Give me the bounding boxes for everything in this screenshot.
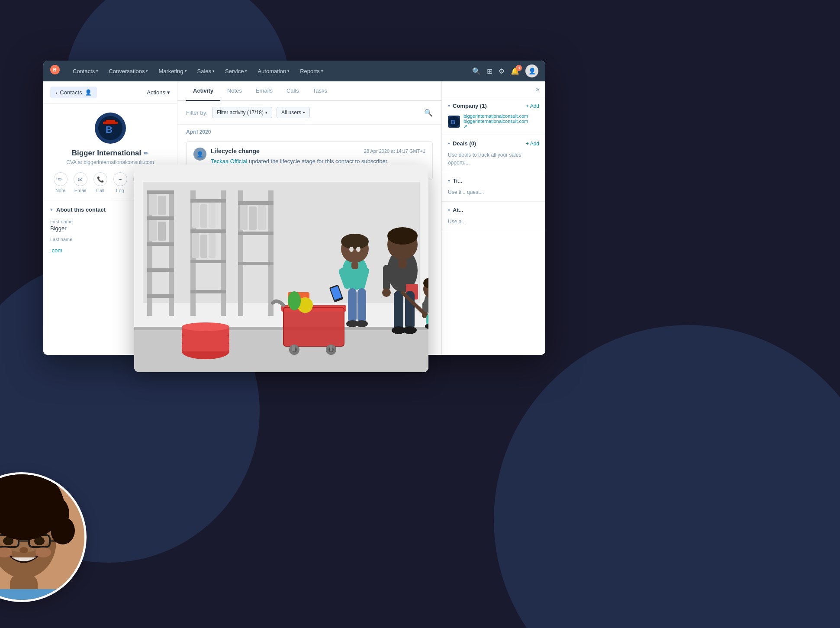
svg-rect-42 (258, 205, 266, 230)
deals-section-title: Deals (0) (453, 140, 476, 147)
company-section-header[interactable]: ▾ Company (1) + Add (448, 103, 539, 109)
add-company-button[interactable]: + Add (526, 103, 539, 109)
chevron-down-icon: ▾ (321, 69, 323, 73)
search-activity-button[interactable]: 🔍 (424, 109, 433, 117)
svg-rect-11 (143, 182, 420, 303)
svg-rect-116 (0, 589, 67, 602)
chevron-down-icon: ▾ (448, 141, 450, 146)
user-avatar[interactable]: 👤 (525, 64, 538, 77)
activity-description-text: updated the lifecycle stage for this con… (249, 158, 389, 164)
actions-dropdown[interactable]: Actions ▾ (147, 89, 170, 96)
svg-rect-85 (394, 291, 403, 330)
hubspot-logo[interactable]: B (50, 65, 60, 77)
chevron-down-icon: ▾ (146, 69, 148, 73)
search-button[interactable]: 🔍 (472, 67, 481, 75)
filter-activity-dropdown[interactable]: Filter activity (17/18) ▾ (212, 107, 272, 118)
svg-point-121 (51, 517, 75, 544)
chevron-down-icon: ▾ (96, 69, 98, 73)
tickets-title-group: ▾ Ti... (448, 177, 462, 184)
svg-point-75 (356, 320, 368, 327)
svg-rect-57 (292, 345, 295, 351)
svg-rect-30 (200, 204, 207, 228)
attachments-section: ▾ At... Use a... (442, 202, 545, 231)
tab-emails[interactable]: Emails (249, 81, 280, 101)
svg-rect-32 (192, 233, 199, 258)
activity-timestamp: 28 Apr 2020 at 14:17 GMT+1 (364, 148, 425, 154)
svg-rect-17 (147, 268, 174, 272)
svg-point-65 (349, 247, 354, 252)
company-item: B biggerinternationalconsult.com biggeri… (448, 113, 539, 129)
nav-sales[interactable]: Sales ▾ (193, 66, 219, 76)
back-to-contacts-button[interactable]: ‹ Contacts 👤 (50, 87, 97, 98)
nav-conversations[interactable]: Conversations ▾ (104, 66, 152, 76)
company-link-1[interactable]: biggerinternationalconsult.com (463, 113, 528, 119)
filter-group: Filter by: Filter activity (17/18) ▾ All… (186, 107, 310, 118)
chevron-down-icon: ▾ (303, 110, 305, 115)
nav-marketing[interactable]: Marketing ▾ (154, 66, 191, 76)
svg-point-114 (35, 547, 51, 557)
tab-tasks[interactable]: Tasks (306, 81, 334, 101)
nav-automation[interactable]: Automation ▾ (253, 66, 294, 76)
activity-toolbar: Filter by: Filter activity (17/18) ▾ All… (177, 101, 441, 125)
company-logo: B (448, 116, 460, 128)
filter-users-dropdown[interactable]: All users ▾ (277, 107, 310, 118)
svg-text:B: B (106, 124, 113, 135)
svg-text:B: B (53, 67, 57, 72)
activity-user-icon: 👤 (193, 148, 206, 161)
settings-button[interactable]: ⚙ (499, 67, 505, 75)
svg-rect-37 (238, 201, 274, 205)
note-action[interactable]: ✏ Note (54, 172, 68, 193)
tickets-section-title: Ti... (453, 177, 462, 184)
expand-button[interactable]: » (442, 81, 545, 97)
svg-rect-28 (190, 290, 226, 293)
svg-text:B: B (451, 119, 455, 126)
svg-rect-21 (149, 220, 157, 241)
svg-rect-24 (221, 190, 226, 316)
deals-section-header[interactable]: ▾ Deals (0) + Add (448, 140, 539, 147)
email-action[interactable]: ✉ Email (74, 172, 87, 193)
activity-title: Lifecycle change (211, 148, 260, 155)
chevron-down-icon: ▾ (265, 110, 267, 115)
tab-calls[interactable]: Calls (280, 81, 306, 101)
deals-title-group: ▾ Deals (0) (448, 140, 476, 147)
svg-point-45 (182, 322, 229, 331)
navbar: B Contacts ▾ Conversations ▾ Marketing ▾… (43, 61, 545, 81)
nav-contacts[interactable]: Contacts ▾ (68, 66, 103, 76)
chevron-left-icon: ‹ (55, 89, 57, 96)
notification-badge: 3 (516, 65, 522, 71)
svg-rect-26 (190, 229, 226, 233)
marketplace-button[interactable]: ⊞ (487, 67, 492, 75)
svg-rect-97 (426, 314, 428, 325)
svg-rect-19 (149, 194, 157, 215)
log-action[interactable]: + Log (113, 172, 127, 193)
attachments-description: Use a... (448, 218, 539, 225)
attachments-section-title: At... (453, 207, 463, 213)
nav-service[interactable]: Service ▾ (221, 66, 251, 76)
company-section-title: Company (1) (453, 103, 487, 109)
add-deal-button[interactable]: + Add (526, 141, 539, 147)
chevron-down-icon: ▾ (448, 208, 450, 213)
tickets-description: Use ti... quest... (448, 188, 539, 196)
svg-rect-41 (249, 206, 257, 230)
call-action[interactable]: 📞 Call (93, 172, 107, 193)
attachments-section-header[interactable]: ▾ At... (448, 207, 539, 213)
chevron-down-icon: ▾ (448, 103, 450, 108)
tab-activity[interactable]: Activity (186, 81, 220, 101)
nav-reports[interactable]: Reports ▾ (296, 66, 328, 76)
svg-rect-10 (134, 327, 428, 330)
tab-notes[interactable]: Notes (220, 81, 249, 101)
contact-name: Bigger International ✏ (72, 149, 149, 158)
svg-rect-39 (238, 262, 274, 265)
svg-rect-14 (147, 190, 174, 194)
svg-rect-58 (330, 345, 332, 351)
tickets-section-header[interactable]: ▾ Ti... (448, 177, 539, 184)
edit-icon[interactable]: ✏ (144, 150, 148, 157)
svg-rect-79 (398, 259, 407, 268)
activity-actor-link[interactable]: Teckaa Official (211, 158, 247, 164)
phone-icon: 📞 (93, 172, 107, 186)
company-link-2[interactable]: biggerinternationalconsult.com (463, 119, 528, 124)
svg-rect-9 (134, 329, 428, 372)
notifications-button[interactable]: 🔔 3 (511, 67, 519, 75)
activity-title-row: Lifecycle change 28 Apr 2020 at 14:17 GM… (211, 148, 425, 155)
svg-rect-15 (147, 216, 174, 220)
